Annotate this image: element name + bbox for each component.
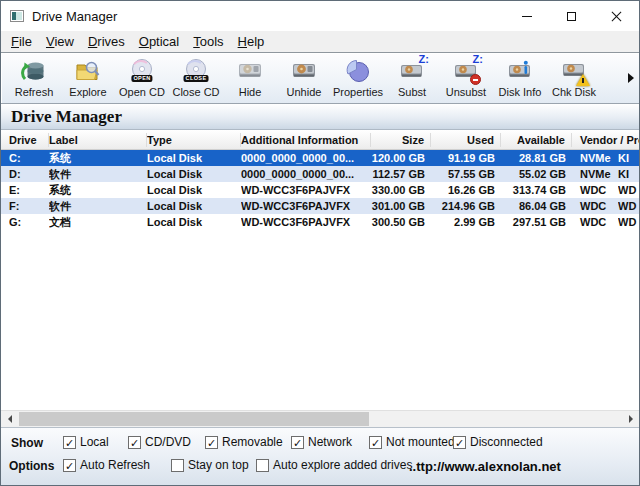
cell-size: 120.00 GB — [371, 150, 431, 166]
table-row[interactable]: E: 系统 Local Disk WD-WCC3F6PAJVFX 330.00 … — [1, 182, 639, 198]
window-controls — [504, 1, 639, 31]
checkbox-icon — [63, 459, 76, 472]
column-header-drive[interactable]: Drive — [9, 133, 49, 147]
cell-available: 86.04 GB — [501, 198, 572, 214]
horizontal-scrollbar[interactable] — [1, 410, 639, 427]
cell-label: 软件 — [49, 166, 147, 182]
toolbar-button-label: Unhide — [287, 86, 322, 98]
hide-disk-icon — [236, 57, 264, 85]
checkbox-auto-explore[interactable]: Auto explore added drives — [256, 458, 412, 472]
checkbox-not-mounted[interactable]: Not mounted — [369, 435, 455, 449]
checkbox-disconnected[interactable]: Disconnected — [453, 435, 543, 449]
menu-file[interactable]: File — [4, 32, 39, 51]
cell-drive: G: — [9, 214, 49, 230]
unsubst-button[interactable]: Z: Unsubst — [439, 53, 493, 98]
checkbox-icon — [291, 436, 304, 449]
close-icon — [611, 11, 622, 22]
refresh-button[interactable]: Refresh — [7, 53, 61, 98]
open-cd-button[interactable]: OPEN Open CD — [115, 53, 169, 98]
cell-vendor: WDC — [572, 214, 618, 230]
checkbox-network[interactable]: Network — [291, 435, 352, 449]
scroll-right-button[interactable] — [622, 411, 639, 427]
explore-icon — [74, 57, 102, 85]
column-header-label[interactable]: Label — [49, 133, 147, 147]
menu-optical[interactable]: Optical — [132, 32, 186, 51]
disk-info-button[interactable]: Disk Info — [493, 53, 547, 98]
options-label: Options — [9, 459, 54, 473]
cell-type: Local Disk — [147, 214, 241, 230]
column-header-vendor-product[interactable]: Vendor / Product — [572, 133, 639, 147]
table-row[interactable]: F: 软件 Local Disk WD-WCC3F6PAJVFX 301.00 … — [1, 198, 639, 214]
cell-used: 214.96 GB — [431, 198, 501, 214]
menu-tools[interactable]: Tools — [186, 32, 230, 51]
menu-help[interactable]: Help — [231, 32, 272, 51]
toolbar-button-label: Hide — [239, 86, 262, 98]
remove-badge-icon — [470, 74, 481, 85]
toolbar-button-label: Properties — [333, 86, 383, 98]
checkbox-label: Auto explore added drives — [273, 458, 412, 472]
section-title: Drive Manager — [11, 107, 122, 127]
cell-available: 313.74 GB — [501, 182, 572, 198]
checkbox-stay-on-top[interactable]: Stay on top — [171, 458, 249, 472]
chk-disk-button[interactable]: Chk Disk — [547, 53, 601, 98]
cell-product: WD — [618, 182, 639, 198]
toolbar-button-label: Close CD — [172, 86, 219, 98]
cell-label: 文档 — [49, 214, 147, 230]
open-badge: OPEN — [131, 75, 152, 83]
column-header-info[interactable]: Additional Information — [241, 133, 371, 147]
drive-manager-window: Drive Manager File View Drives Optical T… — [0, 0, 640, 486]
checkbox-cd-dvd[interactable]: CD/DVD — [128, 435, 191, 449]
checkbox-label: Network — [308, 435, 352, 449]
cell-used: 2.99 GB — [431, 214, 501, 230]
checkbox-label: Disconnected — [470, 435, 543, 449]
checkbox-label: Auto Refresh — [80, 458, 150, 472]
cell-used: 57.55 GB — [431, 166, 501, 182]
unsubst-disk-icon: Z: — [452, 57, 480, 85]
cell-type: Local Disk — [147, 182, 241, 198]
cell-info: WD-WCC3F6PAJVFX — [241, 214, 371, 230]
subst-button[interactable]: Z: Subst — [385, 53, 439, 98]
column-header-size[interactable]: Size — [371, 133, 431, 147]
maximize-button[interactable] — [549, 1, 594, 31]
close-button[interactable] — [594, 1, 639, 31]
close-cd-button[interactable]: CLOSE Close CD — [169, 53, 223, 98]
checkbox-icon — [171, 459, 184, 472]
properties-button[interactable]: Properties — [331, 53, 385, 98]
warning-icon — [576, 74, 590, 86]
website-link[interactable]: ..ttp://www.alexnolan.net — [409, 459, 561, 474]
cell-used: 16.26 GB — [431, 182, 501, 198]
toolbar-button-label: Explore — [69, 86, 106, 98]
toolbar-button-label: Refresh — [15, 86, 54, 98]
unhide-button[interactable]: Unhide — [277, 53, 331, 98]
table-row[interactable]: G: 文档 Local Disk WD-WCC3F6PAJVFX 300.50 … — [1, 214, 639, 230]
menu-drives[interactable]: Drives — [81, 32, 132, 51]
scrollbar-thumb[interactable] — [19, 412, 369, 426]
minimize-button[interactable] — [504, 1, 549, 31]
scroll-left-button[interactable] — [1, 411, 18, 427]
hide-button[interactable]: Hide — [223, 53, 277, 98]
toolbar: Refresh Explore OPEN — [1, 52, 639, 104]
column-header-used[interactable]: Used — [431, 133, 501, 147]
cell-label: 软件 — [49, 198, 147, 214]
checkbox-removable[interactable]: Removable — [205, 435, 283, 449]
explore-button[interactable]: Explore — [61, 53, 115, 98]
checkbox-auto-refresh[interactable]: Auto Refresh — [63, 458, 150, 472]
toolbar-overflow-arrow[interactable] — [628, 73, 634, 83]
cell-product: KI — [618, 166, 639, 182]
cell-label: 系统 — [49, 182, 147, 198]
column-header-type[interactable]: Type — [147, 133, 241, 147]
checkbox-icon — [369, 436, 382, 449]
column-header-available[interactable]: Available — [501, 133, 572, 147]
checkbox-label: Removable — [222, 435, 283, 449]
table-row[interactable]: C: 系统 Local Disk 0000_0000_0000_00... 12… — [1, 150, 639, 166]
toolbar-button-label: Subst — [398, 86, 426, 98]
checkbox-local[interactable]: Local — [63, 435, 109, 449]
menu-view[interactable]: View — [39, 32, 81, 51]
checkbox-label: Local — [80, 435, 109, 449]
table-row[interactable]: D: 软件 Local Disk 0000_0000_0000_00... 11… — [1, 166, 639, 182]
unhide-disk-icon — [290, 57, 318, 85]
maximize-icon — [567, 12, 576, 21]
options-panel: Show Local CD/DVD Removable Network Not … — [1, 427, 639, 485]
cell-info: 0000_0000_0000_00... — [241, 150, 371, 166]
cell-type: Local Disk — [147, 150, 241, 166]
